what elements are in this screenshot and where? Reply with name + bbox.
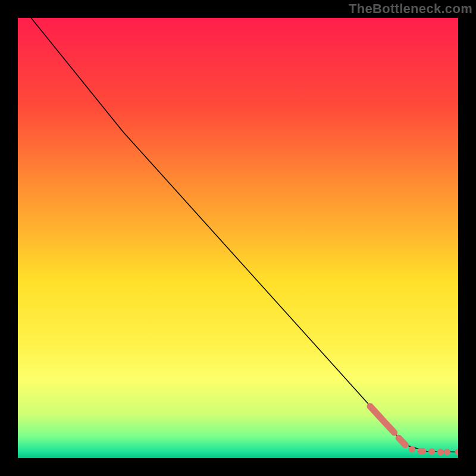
plot-area xyxy=(18,18,458,458)
watermark-text: TheBottleneck.com xyxy=(349,1,472,17)
highlight-dot xyxy=(444,449,450,455)
highlight-dot xyxy=(409,446,415,453)
highlight-dot xyxy=(437,449,444,455)
chart-frame: TheBottleneck.com xyxy=(0,0,476,476)
highlight-dot xyxy=(428,448,435,455)
chart-svg xyxy=(18,18,458,458)
highlight-dot xyxy=(419,448,426,455)
